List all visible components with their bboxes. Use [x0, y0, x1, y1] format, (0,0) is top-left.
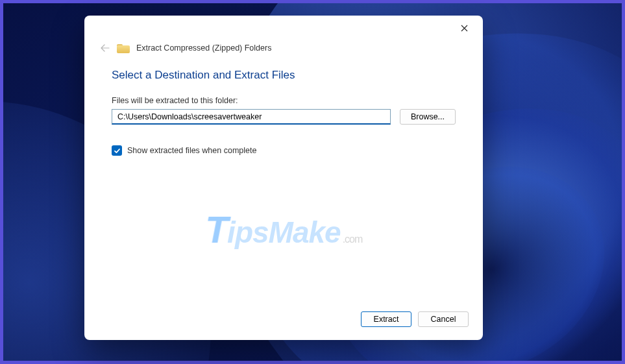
dialog-body: Select a Destination and Extract Files F… [84, 65, 483, 301]
watermark-suffix: .com [343, 234, 363, 245]
instruction-heading: Select a Destination and Extract Files [112, 69, 456, 82]
close-icon [461, 25, 468, 32]
checkmark-icon [114, 147, 121, 154]
zipped-folder-icon [117, 43, 130, 53]
back-button[interactable] [100, 43, 110, 53]
path-label: Files will be extracted to this folder: [112, 96, 456, 105]
browse-button[interactable]: Browse... [400, 109, 456, 125]
show-files-checkbox-label: Show extracted files when complete [127, 146, 256, 155]
watermark-first-letter: T [205, 208, 227, 251]
watermark: T ipsMake .com [205, 208, 363, 251]
destination-path-input[interactable] [112, 109, 391, 125]
dialog-title: Extract Compressed (Zipped) Folders [136, 43, 271, 53]
close-button[interactable] [454, 18, 474, 38]
dialog-footer: Extract Cancel [84, 301, 483, 340]
path-row: Browse... [112, 109, 456, 125]
dialog-header: Extract Compressed (Zipped) Folders [84, 40, 483, 65]
show-files-checkbox[interactable] [112, 145, 122, 156]
dialog-titlebar [84, 16, 483, 40]
cancel-button[interactable]: Cancel [418, 311, 469, 327]
arrow-left-icon [101, 44, 110, 52]
extract-button[interactable]: Extract [361, 311, 411, 327]
watermark-text: ipsMake [227, 215, 341, 250]
show-files-checkbox-row: Show extracted files when complete [112, 145, 456, 156]
extract-dialog: Extract Compressed (Zipped) Folders Sele… [84, 16, 483, 340]
